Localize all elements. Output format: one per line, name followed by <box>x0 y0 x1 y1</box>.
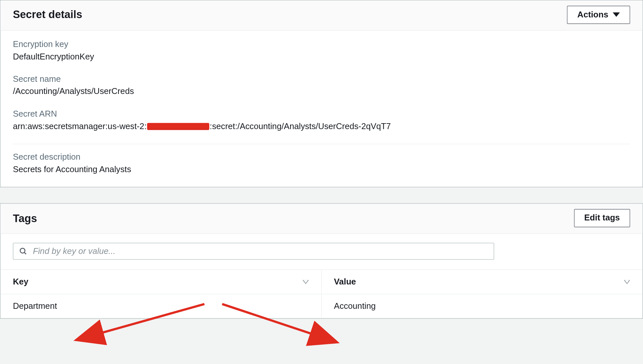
secret-arn-value: arn:aws:secretsmanager:us-west-2: :secre… <box>13 120 391 133</box>
tags-search-wrap <box>0 234 642 263</box>
redacted-account-id <box>147 123 209 130</box>
tags-table-header: Key Value <box>0 269 642 294</box>
tags-column-key-label: Key <box>13 277 28 287</box>
secret-arn-suffix: :secret:/Accounting/Analysts/UserCreds-2… <box>210 120 391 133</box>
actions-button[interactable]: Actions <box>567 6 630 24</box>
secret-description-block: Secret description Secrets for Accountin… <box>13 152 630 176</box>
tag-value-cell: Accounting <box>321 294 642 318</box>
svg-point-0 <box>20 248 25 253</box>
secret-name-label: Secret name <box>13 74 630 84</box>
secret-details-title: Secret details <box>13 9 82 21</box>
secret-arn-prefix: arn:aws:secretsmanager:us-west-2: <box>13 120 147 133</box>
tags-header: Tags Edit tags <box>0 204 642 234</box>
tag-key-cell: Department <box>0 294 321 318</box>
tags-title: Tags <box>13 212 37 224</box>
caret-down-icon <box>613 12 620 17</box>
tags-search-input[interactable] <box>33 246 488 256</box>
secret-name-value: /Accounting/Analysts/UserCreds <box>13 85 630 98</box>
tags-column-value[interactable]: Value <box>321 270 642 294</box>
secret-description-value: Secrets for Accounting Analysts <box>13 163 630 176</box>
sort-icon <box>302 280 309 284</box>
secret-arn-block: Secret ARN arn:aws:secretsmanager:us-wes… <box>13 109 630 133</box>
table-row: Department Accounting <box>0 294 642 318</box>
secret-arn-label: Secret ARN <box>13 109 630 119</box>
tags-column-key[interactable]: Key <box>0 270 321 294</box>
tags-search-box[interactable] <box>13 243 494 260</box>
encryption-key-label: Encryption key <box>13 39 630 49</box>
divider <box>13 144 630 144</box>
search-icon <box>19 247 28 256</box>
edit-tags-button-label: Edit tags <box>584 213 620 223</box>
secret-name-block: Secret name /Accounting/Analysts/UserCre… <box>13 74 630 98</box>
secret-details-panel: Secret details Actions Encryption key De… <box>0 0 643 188</box>
tags-panel: Tags Edit tags Key Value <box>0 203 643 319</box>
secret-description-label: Secret description <box>13 152 630 162</box>
secret-details-body: Encryption key DefaultEncryptionKey Secr… <box>0 31 642 187</box>
svg-line-1 <box>24 252 26 254</box>
actions-button-label: Actions <box>577 10 608 20</box>
sort-icon <box>624 280 630 284</box>
tags-column-value-label: Value <box>334 277 356 287</box>
secret-details-header: Secret details Actions <box>0 0 642 31</box>
encryption-key-block: Encryption key DefaultEncryptionKey <box>13 39 630 63</box>
encryption-key-value: DefaultEncryptionKey <box>13 50 630 63</box>
edit-tags-button[interactable]: Edit tags <box>574 209 630 227</box>
